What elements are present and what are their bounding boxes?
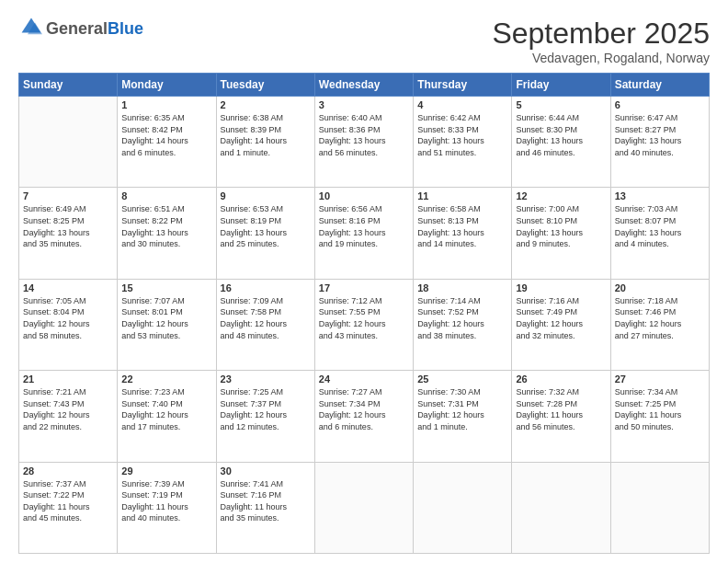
calendar-week-row: 7Sunrise: 6:49 AM Sunset: 8:25 PM Daylig…	[19, 188, 710, 279]
calendar-cell	[610, 462, 709, 553]
day-number: 20	[615, 282, 705, 293]
calendar-cell: 26Sunrise: 7:32 AM Sunset: 7:28 PM Dayli…	[512, 371, 610, 462]
calendar-cell: 18Sunrise: 7:14 AM Sunset: 7:52 PM Dayli…	[414, 279, 512, 370]
day-number: 24	[319, 373, 409, 385]
logo-icon	[20, 17, 42, 39]
day-info: Sunrise: 7:12 AM Sunset: 7:55 PM Dayligh…	[319, 295, 409, 341]
calendar-cell: 3Sunrise: 6:40 AM Sunset: 8:36 PM Daylig…	[314, 97, 413, 188]
calendar-cell: 27Sunrise: 7:34 AM Sunset: 7:25 PM Dayli…	[610, 371, 709, 462]
calendar-cell: 1Sunrise: 6:35 AM Sunset: 8:42 PM Daylig…	[118, 97, 216, 188]
calendar-cell: 14Sunrise: 7:05 AM Sunset: 8:04 PM Dayli…	[19, 279, 118, 370]
calendar-cell: 9Sunrise: 6:53 AM Sunset: 8:19 PM Daylig…	[216, 188, 314, 279]
calendar-cell: 2Sunrise: 6:38 AM Sunset: 8:39 PM Daylig…	[216, 97, 314, 188]
day-number: 5	[516, 99, 606, 110]
day-number: 4	[417, 99, 507, 110]
day-info: Sunrise: 7:34 AM Sunset: 7:25 PM Dayligh…	[615, 386, 705, 432]
calendar-cell: 5Sunrise: 6:44 AM Sunset: 8:30 PM Daylig…	[512, 97, 610, 188]
calendar-cell: 11Sunrise: 6:58 AM Sunset: 8:13 PM Dayli…	[414, 188, 512, 279]
logo-blue-text: Blue	[108, 19, 143, 38]
calendar-cell: 13Sunrise: 7:03 AM Sunset: 8:07 PM Dayli…	[610, 188, 709, 279]
day-number: 30	[221, 465, 311, 477]
day-number: 23	[221, 373, 311, 385]
calendar-cell: 22Sunrise: 7:23 AM Sunset: 7:40 PM Dayli…	[118, 371, 216, 462]
calendar-cell: 8Sunrise: 6:51 AM Sunset: 8:22 PM Daylig…	[118, 188, 216, 279]
day-number: 29	[121, 465, 211, 477]
day-number: 19	[516, 282, 606, 293]
calendar-cell: 23Sunrise: 7:25 AM Sunset: 7:37 PM Dayli…	[216, 371, 314, 462]
day-info: Sunrise: 7:18 AM Sunset: 7:46 PM Dayligh…	[615, 295, 705, 341]
day-info: Sunrise: 6:38 AM Sunset: 8:39 PM Dayligh…	[221, 112, 311, 158]
calendar-cell: 19Sunrise: 7:16 AM Sunset: 7:49 PM Dayli…	[512, 279, 610, 370]
calendar-cell: 25Sunrise: 7:30 AM Sunset: 7:31 PM Dayli…	[414, 371, 512, 462]
day-number: 17	[319, 282, 409, 293]
col-saturday: Saturday	[610, 74, 709, 97]
day-number: 15	[121, 282, 211, 293]
day-number: 21	[23, 373, 113, 385]
day-info: Sunrise: 7:37 AM Sunset: 7:22 PM Dayligh…	[23, 478, 113, 524]
calendar-header-row: Sunday Monday Tuesday Wednesday Thursday…	[19, 74, 710, 97]
day-number: 18	[417, 282, 507, 293]
col-wednesday: Wednesday	[314, 74, 413, 97]
day-info: Sunrise: 6:40 AM Sunset: 8:36 PM Dayligh…	[319, 112, 409, 158]
day-info: Sunrise: 7:23 AM Sunset: 7:40 PM Dayligh…	[121, 386, 211, 432]
calendar-cell: 30Sunrise: 7:41 AM Sunset: 7:16 PM Dayli…	[216, 462, 314, 553]
col-thursday: Thursday	[414, 74, 512, 97]
day-info: Sunrise: 6:42 AM Sunset: 8:33 PM Dayligh…	[417, 112, 507, 158]
calendar-cell	[314, 462, 413, 553]
day-info: Sunrise: 7:30 AM Sunset: 7:31 PM Dayligh…	[417, 386, 507, 432]
day-number: 1	[121, 99, 211, 110]
day-number: 25	[417, 373, 507, 385]
day-number: 9	[221, 190, 311, 201]
calendar-week-row: 21Sunrise: 7:21 AM Sunset: 7:43 PM Dayli…	[19, 371, 710, 462]
col-friday: Friday	[512, 74, 610, 97]
calendar-cell	[414, 462, 512, 553]
calendar-cell: 21Sunrise: 7:21 AM Sunset: 7:43 PM Dayli…	[19, 371, 118, 462]
day-info: Sunrise: 7:25 AM Sunset: 7:37 PM Dayligh…	[221, 386, 311, 432]
calendar-cell: 15Sunrise: 7:07 AM Sunset: 8:01 PM Dayli…	[118, 279, 216, 370]
calendar-cell: 29Sunrise: 7:39 AM Sunset: 7:19 PM Dayli…	[118, 462, 216, 553]
calendar-cell: 12Sunrise: 7:00 AM Sunset: 8:10 PM Dayli…	[512, 188, 610, 279]
day-info: Sunrise: 6:53 AM Sunset: 8:19 PM Dayligh…	[221, 203, 311, 249]
col-tuesday: Tuesday	[216, 74, 314, 97]
col-sunday: Sunday	[19, 74, 118, 97]
day-info: Sunrise: 6:58 AM Sunset: 8:13 PM Dayligh…	[417, 203, 507, 249]
day-number: 11	[417, 190, 507, 201]
day-info: Sunrise: 7:14 AM Sunset: 7:52 PM Dayligh…	[417, 295, 507, 341]
day-info: Sunrise: 6:35 AM Sunset: 8:42 PM Dayligh…	[121, 112, 211, 158]
calendar-cell: 20Sunrise: 7:18 AM Sunset: 7:46 PM Dayli…	[610, 279, 709, 370]
day-number: 28	[23, 465, 113, 477]
day-info: Sunrise: 7:00 AM Sunset: 8:10 PM Dayligh…	[516, 203, 606, 249]
day-info: Sunrise: 7:16 AM Sunset: 7:49 PM Dayligh…	[516, 295, 606, 341]
day-number: 8	[121, 190, 211, 201]
calendar-week-row: 1Sunrise: 6:35 AM Sunset: 8:42 PM Daylig…	[19, 97, 710, 188]
day-number: 16	[221, 282, 311, 293]
day-number: 7	[23, 190, 113, 201]
day-info: Sunrise: 7:03 AM Sunset: 8:07 PM Dayligh…	[615, 203, 705, 249]
calendar-cell: 4Sunrise: 6:42 AM Sunset: 8:33 PM Daylig…	[414, 97, 512, 188]
day-number: 22	[121, 373, 211, 385]
calendar-week-row: 28Sunrise: 7:37 AM Sunset: 7:22 PM Dayli…	[19, 462, 710, 553]
day-info: Sunrise: 6:44 AM Sunset: 8:30 PM Dayligh…	[516, 112, 606, 158]
day-info: Sunrise: 6:56 AM Sunset: 8:16 PM Dayligh…	[319, 203, 409, 249]
calendar-cell: 16Sunrise: 7:09 AM Sunset: 7:58 PM Dayli…	[216, 279, 314, 370]
day-number: 26	[516, 373, 606, 385]
month-title: September 2025	[492, 17, 710, 51]
logo-general-text: General	[46, 19, 108, 38]
day-number: 10	[319, 190, 409, 201]
header: GeneralBlue September 2025 Vedavagen, Ro…	[18, 17, 710, 65]
calendar-cell: 7Sunrise: 6:49 AM Sunset: 8:25 PM Daylig…	[19, 188, 118, 279]
day-info: Sunrise: 6:47 AM Sunset: 8:27 PM Dayligh…	[615, 112, 705, 158]
day-number: 13	[615, 190, 705, 201]
day-number: 14	[23, 282, 113, 293]
day-number: 12	[516, 190, 606, 201]
day-number: 2	[221, 99, 311, 110]
day-info: Sunrise: 7:32 AM Sunset: 7:28 PM Dayligh…	[516, 386, 606, 432]
calendar-cell: 24Sunrise: 7:27 AM Sunset: 7:34 PM Dayli…	[314, 371, 413, 462]
day-info: Sunrise: 6:49 AM Sunset: 8:25 PM Dayligh…	[23, 203, 113, 249]
calendar-cell: 10Sunrise: 6:56 AM Sunset: 8:16 PM Dayli…	[314, 188, 413, 279]
day-info: Sunrise: 7:05 AM Sunset: 8:04 PM Dayligh…	[23, 295, 113, 341]
day-info: Sunrise: 6:51 AM Sunset: 8:22 PM Dayligh…	[121, 203, 211, 249]
day-info: Sunrise: 7:21 AM Sunset: 7:43 PM Dayligh…	[23, 386, 113, 432]
logo: GeneralBlue	[18, 17, 143, 42]
day-number: 3	[319, 99, 409, 110]
